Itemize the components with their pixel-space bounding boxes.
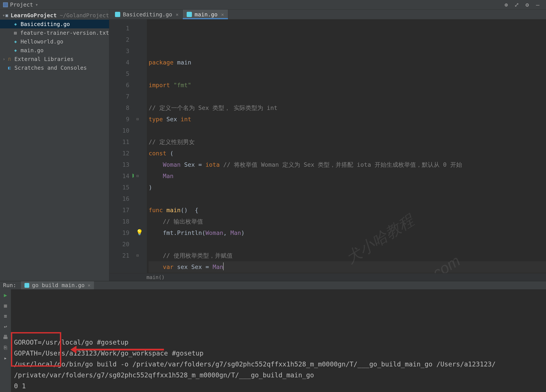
line-number[interactable]: 2 — [109, 34, 129, 45]
code-line[interactable]: package main — [149, 57, 546, 68]
code-line[interactable]: ) — [149, 182, 546, 193]
scratches-label: Scratches and Consoles — [14, 65, 87, 71]
console-line: /usr/local/go/bin/go build -o /private/v… — [14, 359, 543, 370]
line-number[interactable]: 21 — [109, 250, 129, 261]
line-number[interactable]: 4 — [109, 57, 129, 68]
code-line[interactable] — [149, 125, 546, 136]
code-line[interactable]: // 输出枚举值 — [149, 216, 546, 227]
folder-icon: ▣ — [5, 13, 8, 18]
soft-wrap-icon[interactable]: ↩ — [2, 323, 9, 330]
run-label: Run: — [3, 282, 16, 289]
expand-all-icon[interactable]: ⤢ — [513, 1, 521, 9]
code-line[interactable]: var sex Sex = Man — [149, 261, 546, 273]
line-number[interactable]: 19 — [109, 227, 129, 239]
code-line[interactable] — [149, 68, 546, 80]
layout-icon[interactable]: ≡ — [2, 313, 9, 320]
code-line[interactable]: func main() { — [149, 205, 546, 216]
chevron-right-icon[interactable]: › — [1, 56, 6, 62]
code-editor[interactable]: 犬小哈教程 quanxiaoha.com package main import… — [147, 19, 546, 273]
line-number[interactable]: 6 — [109, 80, 129, 91]
run-config-name: go build main.go — [32, 282, 84, 289]
code-line[interactable] — [149, 239, 546, 250]
fold-icon[interactable]: ⊟ — [136, 253, 139, 258]
editor-tabs[interactable]: Basicediting.go×main.go× — [109, 10, 546, 19]
text-file-icon: ▤ — [13, 30, 18, 36]
console-line: /private/var/folders/g7/sg02phc552qffxx1… — [14, 370, 543, 381]
tree-file-row[interactable]: ◈Helloworld.go — [0, 37, 109, 46]
gear-icon[interactable]: ⚙ — [523, 1, 531, 9]
code-line[interactable] — [149, 91, 546, 102]
run-config-tab[interactable]: go build main.go × — [21, 281, 94, 289]
rerun-icon[interactable]: ▶ — [2, 292, 9, 298]
line-number[interactable]: 1 — [109, 23, 129, 34]
scroll-icon[interactable]: ⎘ — [2, 344, 9, 351]
tree-file-row[interactable]: ▤feature-trainer-version.txt — [0, 28, 109, 37]
scratches-row[interactable]: ◧ Scratches and Consoles — [0, 63, 109, 72]
code-line[interactable]: import "fmt" — [149, 80, 546, 91]
print-icon[interactable]: 🖶 — [2, 334, 9, 341]
line-number[interactable]: 9 — [109, 114, 129, 125]
library-icon: ⎍ — [6, 56, 12, 62]
hide-icon[interactable]: — — [534, 1, 542, 9]
line-number[interactable]: 14 — [109, 170, 129, 182]
editor-gutter[interactable]: 123456789101112131415161718192021 — [109, 19, 134, 273]
project-view-icon — [3, 2, 8, 7]
code-line[interactable]: Man — [149, 170, 546, 182]
project-root-name: LearnGoProject — [11, 12, 57, 19]
breadcrumb-item[interactable]: main() — [146, 274, 165, 280]
line-number[interactable]: 3 — [109, 45, 129, 57]
run-tool-window: Run: go build main.go × ▶ ■ ≡ ↩ 🖶 ⎘ ▸ GO… — [0, 281, 546, 392]
close-icon[interactable]: × — [176, 12, 179, 17]
line-number[interactable]: 13 — [109, 159, 129, 170]
line-number[interactable]: 18 — [109, 216, 129, 227]
stop-icon[interactable]: ■ — [2, 302, 9, 309]
code-line[interactable]: // 定义性别男女 — [149, 136, 546, 148]
annotation-box — [11, 332, 61, 367]
fold-icon[interactable]: ⊟ — [136, 117, 139, 121]
project-tool-title[interactable]: Project — [10, 1, 33, 8]
chevron-down-icon[interactable]: ▾ — [2, 13, 5, 18]
close-icon[interactable]: × — [221, 12, 224, 17]
go-file-icon: ◈ — [13, 39, 18, 44]
fold-icon[interactable]: ⊟ — [136, 174, 139, 178]
line-number[interactable]: 7 — [109, 91, 129, 102]
line-number[interactable]: 15 — [109, 182, 129, 193]
external-libraries-label: External Libraries — [14, 56, 74, 62]
tree-file-name: Basicediting.go — [20, 21, 70, 27]
line-number[interactable]: 11 — [109, 136, 129, 148]
line-number[interactable]: 17 — [109, 205, 129, 216]
chevron-down-icon[interactable]: ▾ — [35, 2, 38, 7]
line-number[interactable]: 12 — [109, 148, 129, 159]
code-line[interactable]: fmt.Println(Woman, Man) — [149, 227, 546, 239]
code-line[interactable]: fmt.Println(sex) — [149, 273, 546, 273]
console-output[interactable]: GOROOT=/usr/local/go #gosetupGOPATH=/Use… — [11, 289, 546, 392]
editor-tab[interactable]: Basicediting.go× — [111, 10, 183, 19]
breadcrumb-bar[interactable]: main() — [109, 273, 546, 281]
code-line[interactable] — [149, 193, 546, 205]
code-line[interactable]: // 使用枚举类型，并赋值 — [149, 250, 546, 261]
code-line[interactable]: type Sex int — [149, 114, 546, 125]
code-line[interactable]: Woman Sex = iota // 将枚举值 Woman 定义为 Sex 类… — [149, 159, 546, 170]
code-line[interactable]: const ( — [149, 148, 546, 159]
close-icon[interactable]: × — [88, 283, 91, 288]
editor-tab[interactable]: main.go× — [183, 10, 228, 19]
project-root-row[interactable]: ▾ ▣ LearnGoProject ~/GolandProject — [0, 11, 109, 20]
external-libraries-row[interactable]: › ⎍ External Libraries — [0, 55, 109, 63]
line-number[interactable]: 5 — [109, 68, 129, 80]
project-tree[interactable]: ▾ ▣ LearnGoProject ~/GolandProject ◈Basi… — [0, 10, 109, 281]
line-number[interactable]: 16 — [109, 193, 129, 205]
expand-icon[interactable]: ▸ — [2, 355, 9, 361]
line-number[interactable]: 8 — [109, 102, 129, 114]
editor-fold-gutter[interactable]: ⊟⊟⊟💡 — [134, 19, 147, 273]
locate-icon[interactable]: ⊕ — [502, 1, 510, 9]
text-cursor — [223, 263, 224, 270]
code-line[interactable]: // 定义一个名为 Sex 类型， 实际类型为 int — [149, 102, 546, 114]
console-line: GOROOT=/usr/local/go #gosetup — [14, 337, 543, 348]
line-number[interactable]: 10 — [109, 125, 129, 136]
tab-label: main.go — [195, 11, 217, 18]
tree-file-row[interactable]: ◈main.go — [0, 46, 109, 55]
go-file-icon: ◈ — [13, 21, 18, 27]
line-number[interactable]: 20 — [109, 239, 129, 250]
intention-bulb-icon[interactable]: 💡 — [136, 229, 143, 236]
tree-file-row[interactable]: ◈Basicediting.go — [0, 20, 109, 28]
